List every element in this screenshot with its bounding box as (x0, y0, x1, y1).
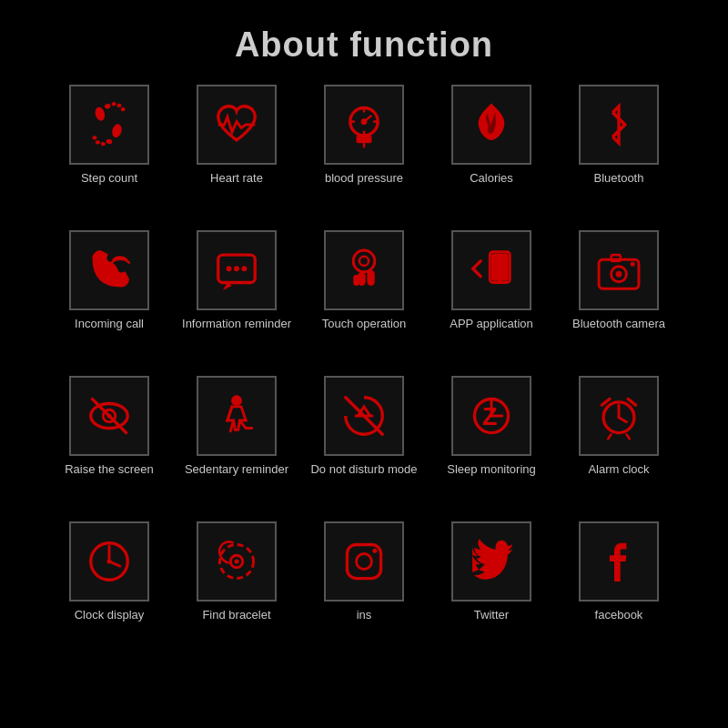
label-touch-operation: Touch operation (322, 317, 407, 332)
svg-point-34 (498, 278, 501, 281)
cell-do-not-disturb: Do not disturb mode (305, 372, 423, 518)
icon-box-facebook (579, 521, 659, 602)
svg-line-53 (619, 418, 626, 422)
svg-line-57 (626, 434, 629, 439)
svg-point-3 (116, 104, 121, 108)
icon-box-blood-pressure (324, 85, 404, 165)
label-clock-display: Clock display (75, 608, 145, 623)
cell-alarm-clock: Alarm clock (560, 372, 678, 518)
icon-box-heart-rate (197, 85, 277, 165)
svg-point-5 (111, 123, 124, 138)
cell-sleep-monitoring: Z Sleep monitoring (432, 372, 551, 518)
label-sedentary-reminder: Sedentary reminder (185, 462, 288, 478)
icon-box-twitter (451, 521, 531, 602)
icon-box-find-bracelet (197, 521, 277, 602)
svg-line-56 (608, 434, 611, 439)
label-information-reminder: Information reminder (182, 317, 291, 332)
cell-calories: Calories (432, 81, 551, 227)
cell-clock-display: Clock display (50, 518, 168, 663)
svg-rect-28 (367, 270, 374, 286)
icon-box-bluetooth (579, 85, 659, 165)
svg-point-7 (100, 141, 106, 146)
icon-box-step-count (69, 85, 149, 165)
svg-point-64 (234, 559, 238, 563)
cell-bluetooth: Bluetooth (560, 81, 678, 227)
label-bluetooth: Bluetooth (594, 171, 644, 187)
cell-information-reminder: Information reminder (177, 227, 296, 372)
label-calories: Calories (470, 171, 513, 187)
cell-raise-screen: Raise the screen (50, 372, 168, 518)
icon-box-touch-operation (324, 230, 404, 310)
svg-point-39 (631, 262, 635, 267)
icon-box-calories (451, 85, 531, 165)
label-facebook: facebook (595, 608, 643, 623)
svg-point-66 (357, 554, 372, 570)
cell-incoming-call: Incoming call (50, 227, 168, 372)
icon-box-incoming-call (69, 230, 149, 310)
label-sleep-monitoring: Sleep monitoring (447, 462, 536, 478)
icon-box-sedentary-reminder (197, 376, 277, 456)
icon-box-ins (324, 521, 404, 602)
icon-box-app-application (451, 230, 531, 310)
cell-find-bracelet: Find bracelet (177, 518, 296, 663)
svg-point-22 (227, 266, 232, 271)
cell-twitter: Twitter (432, 518, 551, 663)
svg-rect-33 (493, 255, 507, 277)
label-alarm-clock: Alarm clock (588, 462, 649, 478)
label-ins: ins (357, 608, 372, 623)
cell-bluetooth-camera: Bluetooth camera (560, 227, 678, 372)
svg-point-4 (120, 107, 126, 112)
label-raise-screen: Raise the screen (65, 462, 154, 478)
svg-point-1 (104, 103, 111, 109)
icon-box-raise-screen (69, 376, 149, 456)
svg-point-24 (241, 266, 247, 271)
cell-sedentary-reminder: Sedentary reminder (177, 372, 296, 518)
icon-box-clock-display (69, 521, 149, 602)
svg-point-2 (111, 102, 116, 106)
cell-touch-operation: Touch operation (305, 227, 423, 372)
svg-point-8 (96, 140, 100, 145)
svg-point-37 (616, 271, 622, 278)
svg-rect-17 (357, 136, 372, 143)
icon-box-sleep-monitoring: Z (451, 376, 531, 456)
icon-box-do-not-disturb (324, 376, 404, 456)
svg-point-0 (94, 106, 106, 122)
label-bluetooth-camera: Bluetooth camera (572, 317, 665, 332)
label-find-bracelet: Find bracelet (202, 608, 270, 623)
cell-facebook: facebook (560, 518, 678, 663)
label-incoming-call: Incoming call (75, 317, 144, 332)
svg-point-6 (106, 138, 113, 145)
cell-heart-rate: Heart rate (177, 81, 296, 227)
icon-box-information-reminder (197, 230, 277, 310)
cell-ins: ins (305, 518, 423, 663)
label-blood-pressure: blood pressure (325, 171, 403, 187)
svg-rect-30 (353, 275, 359, 286)
label-app-application: APP application (450, 317, 533, 332)
svg-point-44 (231, 395, 242, 406)
svg-point-9 (92, 136, 97, 140)
icon-box-bluetooth-camera (579, 230, 659, 310)
svg-point-27 (359, 257, 369, 266)
svg-point-67 (372, 549, 377, 553)
label-twitter: Twitter (474, 608, 509, 623)
label-do-not-disturb: Do not disturb mode (310, 462, 417, 478)
svg-line-16 (364, 116, 371, 122)
svg-rect-38 (612, 255, 621, 261)
page-title: About function (235, 25, 493, 65)
label-heart-rate: Heart rate (210, 171, 263, 187)
cell-app-application: APP application (432, 227, 551, 372)
svg-point-26 (353, 250, 375, 272)
cell-step-count: Step count (50, 81, 168, 227)
label-step-count: Step count (81, 171, 137, 187)
cell-blood-pressure: blood pressure (305, 81, 423, 227)
icon-box-alarm-clock (579, 376, 659, 456)
svg-point-61 (106, 559, 111, 563)
svg-point-23 (234, 266, 239, 271)
function-grid: Step count Heart rate blood pressure Cal… (50, 81, 678, 663)
